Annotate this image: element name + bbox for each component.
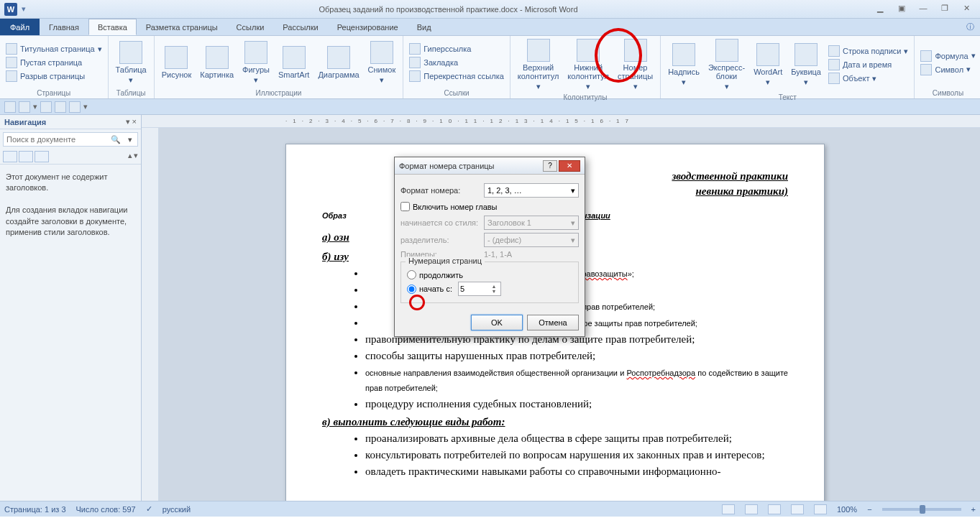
- continue-radio[interactable]: [407, 270, 416, 279]
- picture-button[interactable]: Рисунок: [159, 45, 195, 80]
- ribbon-minimize-icon[interactable]: ▁: [871, 4, 889, 15]
- new-icon[interactable]: [69, 101, 81, 113]
- maximize-button[interactable]: ❐: [935, 4, 954, 15]
- file-tab[interactable]: Файл: [0, 19, 40, 35]
- nav-tab-results[interactable]: [35, 151, 49, 162]
- textbox-button[interactable]: Надпись▾: [665, 42, 702, 88]
- tab-references[interactable]: Ссылки: [227, 19, 274, 35]
- view-web-button[interactable]: [768, 504, 781, 514]
- view-print-button[interactable]: [722, 504, 735, 514]
- ribbon: Титульная страница ▾ Пустая страница Раз…: [0, 36, 980, 99]
- ribbon-restore-icon[interactable]: ▣: [892, 4, 911, 15]
- search-icon[interactable]: 🔍: [109, 135, 123, 144]
- group-label: Страницы: [4, 88, 104, 98]
- nav-dropdown-icon[interactable]: ▾: [126, 117, 130, 126]
- dialog-help-button[interactable]: ?: [543, 160, 557, 172]
- zoom-out-button[interactable]: −: [867, 505, 871, 514]
- crossref-button[interactable]: Перекрестная ссылка: [408, 70, 505, 83]
- minimize-button[interactable]: —: [914, 4, 933, 15]
- quickparts-button[interactable]: Экспресс-блоки▾: [705, 37, 748, 92]
- ok-button[interactable]: OK: [471, 315, 523, 330]
- vertical-ruler[interactable]: [142, 128, 159, 501]
- close-button[interactable]: ✕: [957, 4, 976, 15]
- table-button[interactable]: Таблица▾: [113, 40, 150, 85]
- help-icon[interactable]: ⓘ: [966, 22, 974, 32]
- tab-mailings[interactable]: Рассылки: [273, 19, 327, 35]
- clipart-button[interactable]: Картинка: [197, 45, 237, 80]
- header-button[interactable]: Верхний колонтитул▾: [515, 37, 562, 92]
- format-combo[interactable]: 1, 2, 3, …▾: [484, 183, 579, 198]
- chart-button[interactable]: Диаграмма: [315, 45, 362, 80]
- tab-view[interactable]: Вид: [408, 19, 441, 35]
- group-pages: Титульная страница ▾ Пустая страница Раз…: [0, 36, 109, 98]
- parts-icon: [715, 39, 738, 62]
- nav-search[interactable]: 🔍▾: [3, 132, 138, 147]
- nav-down-icon[interactable]: ▾: [134, 151, 138, 162]
- wordart-button[interactable]: WordArt▾: [751, 42, 785, 88]
- chevron-down-icon: ▾: [571, 236, 575, 245]
- dialog-close-button[interactable]: ✕: [559, 160, 580, 172]
- zoom-in-button[interactable]: +: [971, 505, 976, 514]
- separator-label: разделитель:: [400, 236, 480, 244]
- page-break-button[interactable]: Разрыв страницы: [4, 70, 104, 83]
- date-icon: [828, 59, 840, 70]
- nav-tabs: ▴ ▾: [0, 149, 141, 165]
- tab-home[interactable]: Главная: [40, 19, 88, 35]
- word-count[interactable]: Число слов: 597: [76, 505, 136, 514]
- screenshot-button[interactable]: Снимок▾: [365, 40, 399, 85]
- language-status[interactable]: русский: [162, 505, 191, 514]
- page-number-button[interactable]: Номер страницы▾: [615, 37, 656, 92]
- screenshot-icon: [370, 41, 393, 64]
- group-tables: Таблица▾ Таблицы: [109, 36, 155, 98]
- save-icon[interactable]: [4, 101, 16, 113]
- start-at-spinner[interactable]: 5 ▲▼: [458, 282, 501, 296]
- undo-icon[interactable]: [19, 101, 30, 113]
- nav-close-button[interactable]: ×: [132, 117, 137, 126]
- tab-insert[interactable]: Вставка: [88, 19, 137, 35]
- horizontal-ruler[interactable]: ·1·2·3·4·5·6·7·8·9·10·11·12·13·14·15·16·…: [142, 115, 980, 128]
- chevron-down-icon: ▾: [571, 218, 575, 228]
- view-draft-button[interactable]: [814, 504, 827, 514]
- group-label: Иллюстрации: [159, 88, 399, 98]
- symbol-button[interactable]: Символ ▾: [919, 63, 976, 76]
- shapes-button[interactable]: Фигуры▾: [239, 40, 273, 85]
- equation-button[interactable]: Формула ▾: [919, 50, 976, 63]
- zoom-slider[interactable]: [882, 508, 961, 511]
- spinner-arrows-icon[interactable]: ▲▼: [489, 284, 499, 294]
- search-drop-icon[interactable]: ▾: [123, 135, 137, 144]
- nav-up-icon[interactable]: ▴: [128, 151, 132, 162]
- search-input[interactable]: [4, 133, 109, 146]
- nav-tab-pages[interactable]: [19, 151, 33, 162]
- zoom-level[interactable]: 100%: [837, 505, 857, 514]
- redo-icon[interactable]: [40, 101, 52, 113]
- numbering-fieldset: Нумерация страниц продолжить начать с: 5…: [400, 262, 579, 303]
- start-at-radio[interactable]: [407, 285, 416, 294]
- view-outline-button[interactable]: [791, 504, 804, 514]
- continue-label: продолжить: [419, 271, 463, 279]
- smartart-button[interactable]: SmartArt: [275, 45, 312, 80]
- datetime-button[interactable]: Дата и время: [827, 58, 910, 71]
- blank-page-button[interactable]: Пустая страница: [4, 56, 104, 69]
- tab-page-layout[interactable]: Разметка страницы: [137, 19, 227, 35]
- bookmark-button[interactable]: Закладка: [408, 56, 505, 69]
- page-status[interactable]: Страница: 1 из 3: [4, 505, 66, 514]
- nav-tab-headings[interactable]: [3, 151, 17, 162]
- page-number-format-dialog: Формат номера страницы ? ✕ Формат номера…: [394, 157, 585, 337]
- cancel-button[interactable]: Отмена: [527, 315, 579, 330]
- cover-page-button[interactable]: Титульная страница ▾: [4, 42, 104, 55]
- signature-button[interactable]: Строка подписи ▾: [827, 45, 910, 57]
- tab-review[interactable]: Рецензирование: [328, 19, 408, 35]
- hyperlink-button[interactable]: Гиперссылка: [408, 42, 505, 55]
- view-read-button[interactable]: [745, 504, 758, 514]
- footer-button[interactable]: Нижний колонтитул▾: [564, 37, 612, 92]
- object-button[interactable]: Объект ▾: [827, 72, 910, 85]
- group-label: Символы: [919, 88, 976, 98]
- open-icon[interactable]: [55, 101, 66, 113]
- dropcap-button[interactable]: Буквица▾: [788, 42, 824, 88]
- dialog-titlebar[interactable]: Формат номера страницы ? ✕: [395, 157, 585, 175]
- spell-icon[interactable]: ✓: [146, 504, 152, 514]
- include-chapter-checkbox[interactable]: [400, 202, 410, 211]
- separator-combo: - (дефис)▾: [484, 233, 579, 247]
- page-icon: [6, 57, 17, 68]
- smartart-icon: [283, 46, 306, 69]
